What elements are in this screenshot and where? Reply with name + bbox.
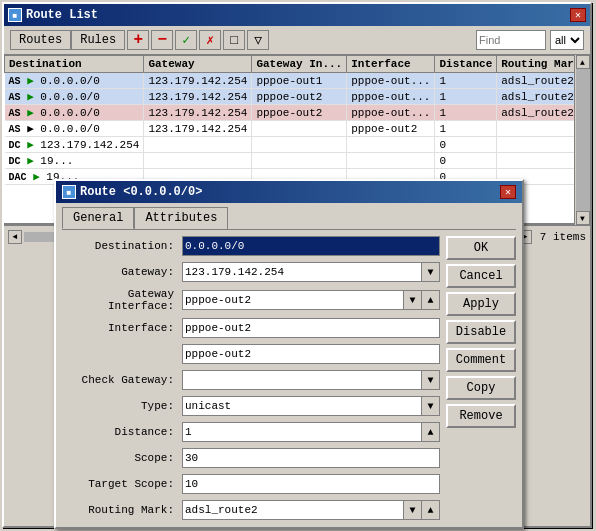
dialog-icon: ■ [62,185,76,199]
disable-button[interactable]: Disable [446,320,516,344]
dialog-content: Destination: Gateway: ▼ Gateway Interfac… [56,230,522,531]
col-destination[interactable]: Destination [5,56,144,73]
gateway-row: Gateway: ▼ [62,262,440,282]
add-button[interactable]: + [127,30,149,50]
distance-btn[interactable]: ▲ [422,422,440,442]
gateway-input[interactable] [182,262,422,282]
destination-input[interactable] [182,236,440,256]
filter-button[interactable]: ▽ [247,30,269,50]
toolbar-right: all [476,30,584,50]
cancel-button[interactable]: Cancel [446,264,516,288]
dialog-title-bar: ■ Route <0.0.0.0/0> ✕ [56,181,522,203]
type-btn[interactable]: ▼ [422,396,440,416]
remove-button-dialog[interactable]: Remove [446,404,516,428]
check-gateway-row: Check Gateway: ▼ [62,370,440,390]
vertical-scrollbar[interactable]: ▲ ▼ [574,55,590,225]
form-area: Destination: Gateway: ▼ Gateway Interfac… [62,236,440,526]
table-row[interactable]: AS ▶ 0.0.0.0/0 123.179.142.254 pppoe-out… [5,73,575,89]
toolbar: Routes Rules + − ✓ ✗ □ ▽ all [4,26,590,55]
copy-button[interactable]: □ [223,30,245,50]
main-title-bar: ■ Route List ✕ [4,4,590,26]
target-scope-row: Target Scope: [62,474,440,494]
remove-button[interactable]: − [151,30,173,50]
cross-button[interactable]: ✗ [199,30,221,50]
tab-rules[interactable]: Rules [71,30,125,50]
distance-label: Distance: [62,426,182,438]
check-button[interactable]: ✓ [175,30,197,50]
main-close-button[interactable]: ✕ [570,8,586,22]
dialog-close-button[interactable]: ✕ [500,185,516,199]
interface-row: Interface: [62,318,440,338]
gateway-dropdown-btn[interactable]: ▼ [422,262,440,282]
gateway-label: Gateway: [62,266,182,278]
scroll-left[interactable]: ◄ [8,230,22,244]
main-window-title: Route List [26,8,98,22]
gw-iface-down-btn[interactable]: ▼ [404,290,422,310]
table-row[interactable]: AS ▶ 0.0.0.0/0 123.179.142.254 pppoe-out… [5,89,575,105]
routing-mark-label: Routing Mark: [62,504,182,516]
destination-row: Destination: [62,236,440,256]
table-row[interactable]: DC ▶ 123.179.142.254 0 10.C [5,137,575,153]
col-gateway-in[interactable]: Gateway In... [252,56,347,73]
item-count: 7 items [540,231,586,243]
find-select[interactable]: all [550,30,584,50]
routing-mark-down-btn[interactable]: ▼ [404,500,422,520]
interface2-input[interactable] [182,344,440,364]
scroll-up[interactable]: ▲ [576,55,590,69]
distance-row: Distance: ▲ [62,422,440,442]
tab-attributes[interactable]: Attributes [134,207,228,229]
dialog-title-text: Route <0.0.0.0/0> [80,185,202,199]
copy-button-dialog[interactable]: Copy [446,376,516,400]
routing-mark-row: Routing Mark: ▼ ▲ [62,500,440,520]
gateway-interface-input[interactable] [182,290,404,310]
main-window-icon: ■ [8,8,22,22]
col-routing-mark[interactable]: Routing Mark [497,56,574,73]
target-scope-label: Target Scope: [62,478,182,490]
table-row[interactable]: AS ▶ 0.0.0.0/0 123.179.142.254 pppoe-out… [5,105,575,121]
table-row[interactable]: AS ▶ 0.0.0.0/0 123.179.142.254 pppoe-out… [5,121,575,137]
apply-button[interactable]: Apply [446,292,516,316]
toolbar-tabs: Routes Rules [10,30,125,50]
col-distance[interactable]: Distance [435,56,497,73]
ok-button[interactable]: OK [446,236,516,260]
type-input[interactable] [182,396,422,416]
gateway-interface-row: Gateway Interface: ▼ ▲ [62,288,440,312]
scope-label: Scope: [62,452,182,464]
interface-input[interactable] [182,318,440,338]
routing-mark-input[interactable] [182,500,404,520]
col-interface[interactable]: Interface [347,56,435,73]
interface-label: Interface: [62,322,182,334]
gateway-interface-label: Gateway Interface: [62,288,182,312]
target-scope-input[interactable] [182,474,440,494]
check-gateway-label: Check Gateway: [62,374,182,386]
distance-input[interactable] [182,422,422,442]
find-input[interactable] [476,30,546,50]
dialog-tabs: General Attributes [56,203,522,229]
type-row: Type: ▼ [62,396,440,416]
check-gateway-btn[interactable]: ▼ [422,370,440,390]
scroll-down[interactable]: ▼ [576,211,590,225]
tab-routes[interactable]: Routes [10,30,71,50]
scroll-track [576,69,590,211]
route-dialog: ■ Route <0.0.0.0/0> ✕ General Attributes… [54,179,524,529]
gw-iface-up-btn[interactable]: ▲ [422,290,440,310]
col-gateway[interactable]: Gateway [144,56,252,73]
main-window: ■ Route List ✕ Routes Rules + − ✓ ✗ □ ▽ … [2,2,592,528]
dialog-body: General Attributes Destination: Gateway: [56,203,522,531]
comment-button[interactable]: Comment [446,348,516,372]
table-row[interactable]: DC ▶ 19... 0 10.C [5,153,575,169]
scope-input[interactable] [182,448,440,468]
type-label: Type: [62,400,182,412]
scope-row: Scope: [62,448,440,468]
routing-mark-up-btn[interactable]: ▲ [422,500,440,520]
destination-label: Destination: [62,240,182,252]
check-gateway-input[interactable] [182,370,422,390]
dialog-buttons: OK Cancel Apply Disable Comment Copy Rem… [446,236,516,526]
tab-general[interactable]: General [62,207,134,229]
interface2-row [62,344,440,364]
